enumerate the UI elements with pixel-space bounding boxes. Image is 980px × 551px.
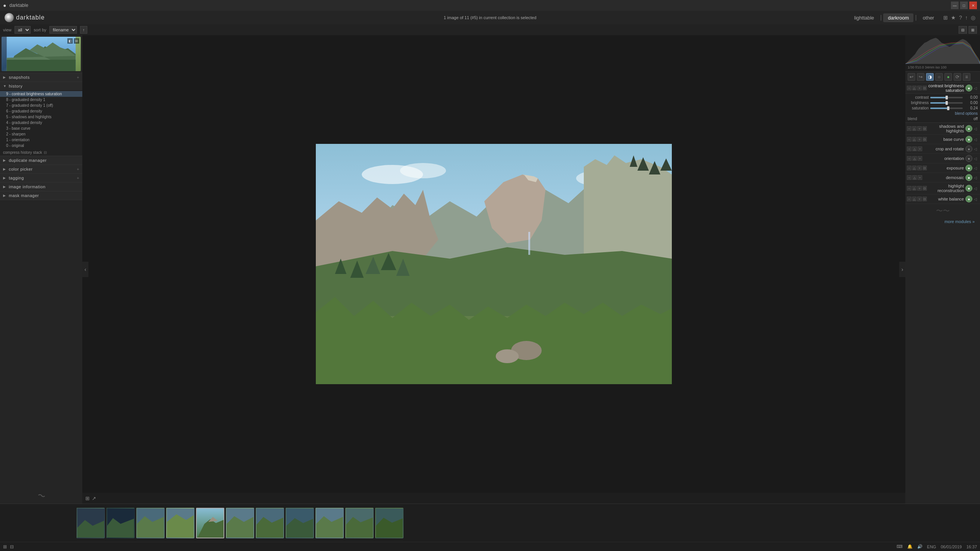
view-toggle-2[interactable]: ⊞ (969, 26, 977, 34)
ex-btn-1[interactable]: ○ (907, 166, 911, 170)
color-picker-header[interactable]: ▶ color picker + (0, 165, 82, 173)
tool-redo[interactable]: ↪ (917, 73, 924, 81)
sort-dir-button[interactable]: ↑ (80, 26, 87, 34)
sh-btn-3[interactable]: ▿ (917, 126, 922, 131)
tab-lighttable[interactable]: lighttable (849, 13, 879, 22)
exposure-enable[interactable]: ● (965, 165, 972, 171)
history-item-7[interactable]: 7 - graduated density 1 (off) (0, 103, 82, 108)
or-btn-2[interactable]: △ (912, 156, 917, 161)
image-info-header[interactable]: ▶ image information (0, 183, 82, 191)
base-curve-expand[interactable]: ◁ (972, 136, 978, 142)
filmstrip-thumb-1[interactable] (77, 508, 105, 538)
minimize-button[interactable]: — (951, 2, 959, 9)
highlight-reconstruction-enable[interactable]: ● (965, 185, 972, 192)
demosaic-expand[interactable]: ◁ (972, 174, 978, 181)
module-btn-4[interactable]: ⊡ (923, 86, 927, 90)
wb-btn-2[interactable]: △ (912, 197, 917, 201)
thumb-btn-1[interactable]: ◧ (67, 38, 73, 44)
base-curve-enable[interactable]: ● (965, 136, 972, 143)
history-item-3[interactable]: 3 - base curve (0, 126, 82, 131)
ex-btn-4[interactable]: ⊡ (923, 166, 927, 170)
maximize-button[interactable]: □ (960, 2, 968, 9)
main-image[interactable] (316, 144, 672, 384)
compress-history-button[interactable]: compress history stack (3, 150, 42, 155)
filmstrip-thumb-6[interactable] (226, 508, 254, 538)
hr-btn-3[interactable]: ▿ (917, 186, 922, 191)
next-image-button[interactable]: › (899, 262, 905, 277)
history-item-5[interactable]: 5 - shadows and highlights (0, 114, 82, 120)
tab-other[interactable]: other (918, 13, 939, 22)
filmstrip-thumb-10[interactable] (345, 508, 374, 538)
cr-btn-1[interactable]: ○ (907, 147, 911, 151)
mask-manager-header[interactable]: ▶ mask manager (0, 191, 82, 200)
module-btn-3[interactable]: ▿ (917, 86, 922, 90)
or-btn-3[interactable]: ▿ (918, 156, 922, 161)
tool-green[interactable]: ● (944, 73, 952, 81)
module-btn-2[interactable]: △ (912, 86, 917, 90)
white-balance-enable[interactable]: ● (965, 196, 972, 202)
tool-exposure[interactable]: ◑ (926, 73, 934, 81)
dm-btn-2[interactable]: △ (912, 175, 917, 180)
history-item-8[interactable]: 8 - graduated density 1 (0, 97, 82, 103)
saturation-slider[interactable] (930, 108, 963, 109)
sortby-select[interactable]: filename (49, 26, 77, 34)
wb-btn-3[interactable]: ▿ (917, 197, 922, 201)
wb-btn-1[interactable]: ○ (907, 197, 911, 201)
crop-rotate-enable[interactable]: ● (965, 145, 972, 152)
taskbar-icon-1[interactable]: ⊞ (3, 544, 7, 549)
dm-btn-3[interactable]: ▿ (918, 175, 922, 180)
demosaic-enable[interactable]: ● (965, 174, 972, 181)
tool-undo[interactable]: ↩ (908, 73, 915, 81)
brightness-slider[interactable] (930, 102, 963, 104)
hr-btn-4[interactable]: ⊡ (923, 186, 927, 191)
cr-btn-3[interactable]: ▿ (918, 147, 922, 151)
cr-btn-2[interactable]: △ (912, 147, 917, 151)
dm-btn-1[interactable]: ○ (907, 175, 911, 180)
history-item-6[interactable]: 6 - graduated density (0, 108, 82, 114)
help-icon[interactable]: ? (959, 15, 962, 21)
crop-rotate-expand[interactable]: ◁ (972, 146, 978, 152)
thumb-btn-2[interactable]: ⊞ (74, 38, 79, 44)
history-item-9[interactable]: 9 - contrast brightness saturation (0, 91, 82, 97)
filmstrip-thumb-9[interactable] (315, 508, 344, 538)
filmstrip-thumb-8[interactable] (286, 508, 314, 538)
hr-btn-2[interactable]: △ (912, 186, 917, 191)
module-btn-1[interactable]: ○ (907, 86, 911, 90)
snapshots-header[interactable]: ▶ snapshots + (0, 73, 82, 82)
star-icon[interactable]: ★ (951, 15, 956, 21)
bc-btn-4[interactable]: ⊡ (923, 137, 927, 142)
view-toggle-1[interactable]: ⊟ (959, 26, 967, 34)
history-item-2[interactable]: 2 - sharpen (0, 131, 82, 137)
or-btn-1[interactable]: ○ (907, 156, 911, 161)
more-modules-button[interactable]: more modules » (941, 218, 978, 225)
filmstrip-thumb-5-active[interactable] (196, 508, 224, 538)
taskbar-icon-2[interactable]: ⊟ (10, 544, 14, 549)
orientation-enable[interactable]: ● (965, 155, 972, 162)
filmstrip-icon-1[interactable]: ⊞ (85, 496, 90, 501)
bc-btn-2[interactable]: △ (912, 137, 917, 142)
prev-image-button[interactable]: ‹ (82, 262, 88, 277)
filmstrip-thumb-11[interactable] (375, 508, 403, 538)
bc-btn-1[interactable]: ○ (907, 137, 911, 142)
exposure-expand[interactable]: ◁ (972, 165, 978, 171)
tool-white[interactable]: ○ (935, 73, 943, 81)
bc-btn-3[interactable]: ▿ (917, 137, 922, 142)
history-item-1[interactable]: 1 - orientation (0, 137, 82, 143)
duplicate-manager-header[interactable]: ▶ duplicate manager (0, 156, 82, 165)
view-select[interactable]: all (15, 26, 31, 34)
tagging-header[interactable]: ▶ tagging + (0, 174, 82, 182)
wb-btn-4[interactable]: ⊡ (923, 197, 927, 201)
active-module-enable[interactable]: ● (965, 85, 972, 91)
tab-darkroom[interactable]: darkroom (883, 13, 913, 22)
filmstrip-icon-2[interactable]: ↗ (92, 496, 96, 501)
blend-options-button[interactable]: blend options (955, 111, 978, 116)
highlight-reconstruction-expand[interactable]: ◁ (972, 185, 978, 191)
ex-btn-2[interactable]: △ (912, 166, 917, 170)
upload-icon[interactable]: ↑ (965, 15, 968, 21)
grid-icon[interactable]: ⊞ (943, 15, 948, 21)
filmstrip-thumb-4[interactable] (166, 508, 194, 538)
filmstrip-thumb-2[interactable] (106, 508, 135, 538)
filmstrip-thumb-7[interactable] (256, 508, 284, 538)
tool-reset[interactable]: ⟳ (954, 73, 961, 81)
shadows-highlights-enable[interactable]: ● (965, 125, 972, 132)
